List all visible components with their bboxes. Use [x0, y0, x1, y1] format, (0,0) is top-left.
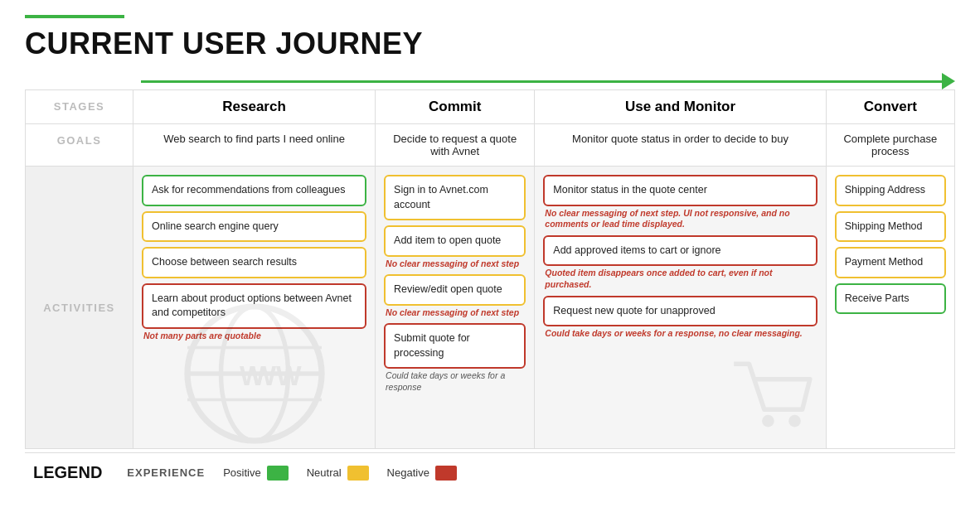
legend-box-positive [267, 466, 289, 481]
stage-header-research: Research [133, 90, 376, 124]
activity-card: Add item to open quote [384, 225, 526, 257]
activity-card-wrapper: Add item to open quote No clear messagin… [384, 225, 526, 269]
legend-experience-label: EXPERIENCE [127, 466, 205, 479]
goal-research: Web search to find parts I need online [133, 124, 376, 167]
goal-convert: Complete purchase process [826, 124, 954, 167]
activities-row: ACTIVITIES W WW Ask for recommendations … [26, 167, 955, 449]
activity-card: Review/edit open quote [384, 274, 526, 306]
journey-table: STAGES Research Commit Use and Monitor C… [25, 89, 955, 449]
goals-row: GOALS Web search to find parts I need on… [26, 124, 955, 167]
activity-card: Shipping Address [835, 175, 946, 206]
activities-monitor-cell: Monitor status in the quote center No cl… [535, 167, 826, 449]
goal-use-monitor: Monitor quote status in order to decide … [535, 124, 826, 167]
activity-card: Payment Method [835, 247, 946, 278]
legend-item-positive: Positive [223, 466, 289, 481]
activity-card-wrapper: Add approved items to cart or ignore Quo… [543, 235, 817, 291]
activity-card: Submit quote for processing [384, 323, 526, 369]
activities-convert: Shipping Address Shipping Method Payment… [835, 175, 946, 440]
activities-label-cell: ACTIVITIES [26, 167, 133, 449]
activities-commit-cell: Sign in to Avnet.com account Add item to… [376, 167, 535, 449]
accent-line [25, 15, 124, 18]
activity-note: Quoted item disappears once added to car… [543, 268, 817, 290]
stage-header-commit: Commit [376, 90, 535, 124]
activity-card-wrapper: Review/edit open quote No clear messagin… [384, 274, 526, 318]
activity-card-wrapper: Learn about product options between Avne… [142, 283, 366, 342]
stages-label: STAGES [54, 100, 105, 113]
activity-card: Online search engine query [142, 211, 366, 243]
activity-card: Ask for recommendations from colleagues [142, 175, 366, 206]
activities-research: Ask for recommendations from colleagues … [142, 175, 366, 440]
activity-card: Receive Parts [835, 283, 946, 315]
activities-label: ACTIVITIES [43, 302, 115, 314]
activity-note: No clear messaging of next step [384, 258, 526, 270]
goals-label: GOALS [57, 134, 102, 147]
legend-item-negative: Negative [387, 466, 457, 481]
activities-monitor: Monitor status in the quote center No cl… [543, 175, 817, 440]
legend-label-positive: Positive [223, 466, 261, 479]
stages-header-row: STAGES Research Commit Use and Monitor C… [26, 90, 955, 124]
activities-research-cell: W WW Ask for recommendations from collea… [133, 167, 376, 449]
activity-note: Could take days or weeks for a response,… [543, 328, 817, 340]
activity-card-wrapper: Monitor status in the quote center No cl… [543, 175, 817, 230]
goals-label-cell: GOALS [26, 124, 133, 167]
activity-note: Could take days or weeks for a response [384, 370, 526, 393]
page: CURRENT USER JOURNEY STAGES Research Com… [0, 0, 980, 512]
legend-item-neutral: Neutral [307, 466, 369, 481]
activity-card: Monitor status in the quote center [543, 175, 817, 206]
legend-box-negative [435, 466, 457, 481]
page-title: CURRENT USER JOURNEY [25, 27, 955, 61]
goal-commit: Decide to request a quote with Avnet [376, 124, 535, 167]
legend-label-negative: Negative [387, 466, 429, 479]
legend-label-neutral: Neutral [307, 466, 342, 479]
activity-card: Choose between search results [142, 247, 366, 278]
legend: LEGEND EXPERIENCE Positive Neutral Negat… [25, 452, 955, 485]
activities-convert-cell: Shipping Address Shipping Method Payment… [826, 167, 954, 449]
activity-card-wrapper: Request new quote for unapproved Could t… [543, 296, 817, 340]
activity-card: Shipping Method [835, 211, 946, 243]
activity-card-wrapper: Submit quote for processing Could take d… [384, 323, 526, 393]
activity-card: Request new quote for unapproved [543, 296, 817, 327]
legend-box-neutral [347, 466, 369, 481]
activity-card: Sign in to Avnet.com account [384, 175, 526, 220]
legend-title: LEGEND [33, 463, 102, 482]
activity-card: Learn about product options between Avne… [142, 283, 366, 329]
activity-note: No clear messaging of next step [384, 307, 526, 319]
activity-card: Add approved items to cart or ignore [543, 235, 817, 267]
stages-label-cell: STAGES [26, 90, 133, 124]
activities-commit: Sign in to Avnet.com account Add item to… [384, 175, 526, 440]
stage-header-convert: Convert [826, 90, 954, 124]
activity-note: Not many parts are quotable [142, 331, 366, 342]
activity-note: No clear messaging of next step. UI not … [543, 208, 817, 230]
stage-header-use-monitor: Use and Monitor [535, 90, 826, 124]
